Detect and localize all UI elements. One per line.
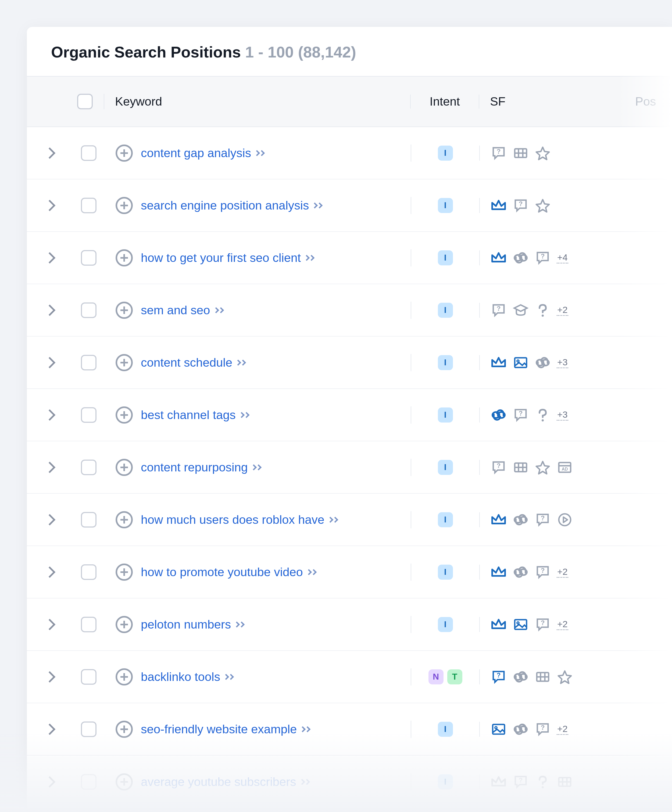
keyword-link[interactable]: average youtube subscribers: [141, 775, 309, 789]
intent-badge-I[interactable]: I: [438, 198, 453, 213]
faq-icon[interactable]: [535, 616, 551, 633]
add-keyword-icon[interactable]: [116, 249, 133, 266]
faq-icon[interactable]: [513, 198, 529, 213]
crown-icon[interactable]: [491, 774, 507, 790]
keyword-link[interactable]: how to promote youtube video: [141, 565, 316, 579]
expand-icon[interactable]: [44, 461, 55, 473]
sf-more[interactable]: +2: [557, 723, 568, 735]
sf-more[interactable]: +3: [557, 409, 568, 421]
expand-icon[interactable]: [44, 514, 55, 525]
image-icon[interactable]: [513, 355, 529, 371]
add-keyword-icon[interactable]: [116, 145, 133, 162]
row-checkbox[interactable]: [81, 512, 96, 527]
row-checkbox[interactable]: [81, 617, 96, 632]
row-checkbox[interactable]: [81, 669, 96, 685]
star-icon[interactable]: [557, 669, 573, 685]
keyword-link[interactable]: best channel tags: [141, 408, 249, 422]
sf-more[interactable]: +2: [557, 566, 568, 578]
faq-icon[interactable]: [491, 459, 507, 476]
intent-badge-I[interactable]: I: [438, 408, 453, 423]
faq-icon[interactable]: [535, 721, 551, 737]
expand-icon[interactable]: [44, 252, 55, 263]
row-checkbox[interactable]: [81, 565, 96, 580]
header-pos[interactable]: Pos: [619, 95, 672, 109]
question-icon[interactable]: [535, 407, 551, 423]
intent-badge-I[interactable]: I: [438, 722, 453, 737]
add-keyword-icon[interactable]: [116, 302, 133, 319]
intent-badge-I[interactable]: I: [438, 460, 453, 475]
star-icon[interactable]: [535, 459, 551, 476]
add-keyword-icon[interactable]: [116, 721, 133, 738]
question-icon[interactable]: [535, 774, 551, 790]
keyword-link[interactable]: search engine position analysis: [141, 198, 322, 212]
keyword-link[interactable]: content gap analysis: [141, 146, 264, 160]
faq-icon[interactable]: [513, 774, 529, 790]
row-checkbox[interactable]: [81, 407, 96, 423]
intent-badge-I[interactable]: I: [438, 512, 453, 527]
intent-badge-I[interactable]: I: [438, 355, 453, 370]
row-checkbox[interactable]: [81, 460, 96, 475]
header-intent[interactable]: Intent: [411, 95, 479, 109]
keyword-link[interactable]: peloton numbers: [141, 618, 244, 631]
select-all-checkbox[interactable]: [77, 94, 93, 109]
image-icon[interactable]: [513, 616, 529, 633]
crown-icon[interactable]: [491, 564, 507, 580]
star-icon[interactable]: [535, 145, 551, 161]
intent-badge-N[interactable]: N: [429, 669, 443, 684]
intent-badge-I[interactable]: I: [438, 146, 453, 160]
row-checkbox[interactable]: [81, 722, 96, 737]
intent-badge-I[interactable]: I: [438, 774, 453, 790]
intent-badge-I[interactable]: I: [438, 250, 453, 265]
intent-badge-I[interactable]: I: [438, 565, 453, 580]
row-checkbox[interactable]: [81, 250, 96, 266]
link-icon[interactable]: [513, 669, 529, 685]
sf-more[interactable]: +3: [557, 357, 568, 368]
link-icon[interactable]: [513, 250, 529, 266]
add-keyword-icon[interactable]: [116, 354, 133, 371]
expand-icon[interactable]: [44, 776, 55, 787]
crown-icon[interactable]: [491, 198, 507, 213]
add-keyword-icon[interactable]: [116, 668, 133, 686]
star-icon[interactable]: [535, 198, 551, 213]
video-icon[interactable]: [513, 145, 529, 161]
faq-icon[interactable]: [535, 564, 551, 580]
add-keyword-icon[interactable]: [116, 406, 133, 424]
crown-icon[interactable]: [491, 512, 507, 528]
crown-icon[interactable]: [491, 355, 507, 371]
keyword-link[interactable]: seo-friendly website example: [141, 722, 309, 736]
faq-icon[interactable]: [491, 302, 507, 318]
faq-icon[interactable]: [535, 250, 551, 266]
question-icon[interactable]: [535, 302, 551, 318]
link-icon[interactable]: [491, 407, 507, 423]
expand-icon[interactable]: [44, 304, 55, 316]
add-keyword-icon[interactable]: [116, 773, 133, 790]
intent-badge-I[interactable]: I: [438, 617, 453, 632]
expand-icon[interactable]: [44, 566, 55, 578]
play-icon[interactable]: [557, 512, 573, 528]
expand-icon[interactable]: [44, 200, 55, 211]
link-icon[interactable]: [513, 512, 529, 528]
video-icon[interactable]: [535, 669, 551, 685]
sf-more[interactable]: +2: [557, 305, 568, 316]
expand-icon[interactable]: [44, 409, 55, 420]
keyword-link[interactable]: content schedule: [141, 356, 245, 370]
expand-icon[interactable]: [44, 723, 55, 735]
keyword-link[interactable]: sem and seo: [141, 303, 223, 317]
link-icon[interactable]: [513, 721, 529, 737]
add-keyword-icon[interactable]: [116, 511, 133, 528]
video-icon[interactable]: [557, 774, 573, 790]
keyword-link[interactable]: how to get your first seo client: [141, 251, 314, 265]
intent-badge-T[interactable]: T: [447, 669, 462, 684]
header-keyword[interactable]: Keyword: [104, 95, 411, 109]
expand-icon[interactable]: [44, 147, 55, 159]
row-checkbox[interactable]: [81, 355, 96, 370]
link-icon[interactable]: [513, 564, 529, 580]
add-keyword-icon[interactable]: [116, 563, 133, 581]
add-keyword-icon[interactable]: [116, 197, 133, 214]
sf-more[interactable]: +4: [557, 252, 568, 263]
faq-icon[interactable]: [535, 512, 551, 528]
crown-icon[interactable]: [491, 250, 507, 266]
row-checkbox[interactable]: [81, 302, 96, 318]
ads-icon[interactable]: [557, 459, 573, 476]
sf-more[interactable]: +2: [557, 619, 568, 630]
